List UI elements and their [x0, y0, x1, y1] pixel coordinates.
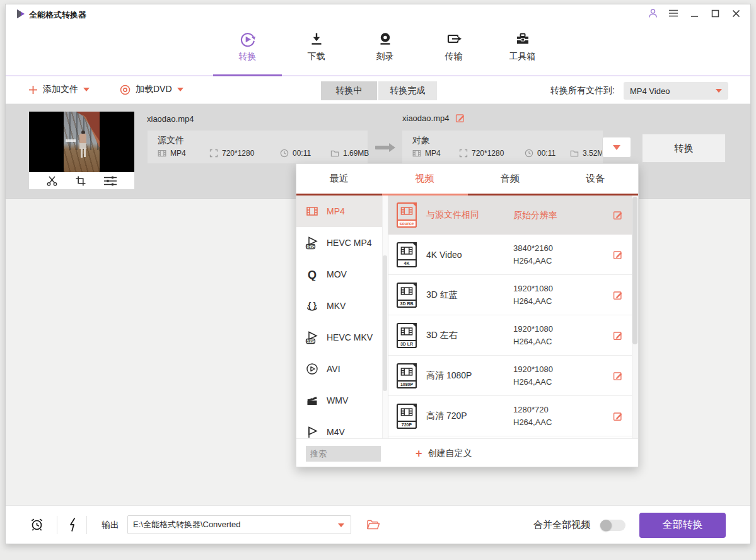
close-icon[interactable]: [730, 8, 741, 19]
panel-tab-recent[interactable]: 最近: [296, 164, 382, 194]
crop-icon[interactable]: [75, 175, 86, 187]
maximize-icon[interactable]: [709, 8, 721, 19]
convert-button[interactable]: 转换: [642, 134, 726, 163]
panel-tab-audio[interactable]: 音频: [467, 164, 553, 194]
chevron-down-icon: [83, 88, 90, 91]
download-icon: [282, 30, 351, 49]
format-item-mp4[interactable]: MP4: [296, 195, 388, 227]
1080p-preset-icon: 1080P: [397, 363, 417, 388]
preset-row-3d-rb[interactable]: 3D RB 3D 红蓝 1920*1080H264,AAC: [388, 275, 638, 315]
format-item-m4v[interactable]: M4V: [296, 416, 388, 438]
format-dropdown-button[interactable]: [602, 137, 631, 158]
trim-icon[interactable]: [46, 175, 58, 187]
app-logo-icon: [16, 9, 26, 19]
menu-icon[interactable]: [668, 8, 679, 19]
burn-icon: [351, 30, 419, 49]
convert-all-button[interactable]: 全部转换: [639, 513, 726, 538]
svg-text:HEVC: HEVC: [306, 340, 315, 343]
output-path-value[interactable]: [128, 516, 351, 534]
720p-preset-icon: 720P: [397, 404, 417, 429]
edit-preset-icon[interactable]: [613, 290, 623, 300]
chevron-down-icon: [338, 523, 344, 527]
format-picker-panel: 最近 视频 音频 设备 MP4 HEVC HEVC MP4 Q MOV: [296, 163, 639, 467]
arrow-right-icon: [375, 143, 397, 152]
app-window: 全能格式转换器 转换 下载: [5, 4, 751, 544]
format-list-scrollbar[interactable]: [382, 195, 388, 438]
target-file-name: xiaodao.mp4: [402, 114, 449, 123]
source-format: MP4: [158, 149, 209, 158]
format-item-mkv[interactable]: { } MKV: [296, 290, 388, 322]
source-size: 1.69MB: [330, 149, 369, 158]
bottom-bar: 输出 合并全部视频 全部转换: [6, 505, 750, 544]
video-thumbnail: [29, 112, 134, 189]
nav-tab-download[interactable]: 下载: [282, 23, 351, 75]
active-tab-underline: [213, 74, 282, 76]
chevron-down-icon: [716, 89, 722, 93]
add-files-button[interactable]: 添加文件: [28, 84, 90, 95]
merge-videos-label: 合并全部视频: [533, 519, 590, 531]
output-path-select[interactable]: [127, 515, 351, 534]
hardware-accel-icon[interactable]: [67, 517, 79, 532]
edit-preset-icon[interactable]: [613, 330, 623, 341]
convert-all-to-label: 转换所有文件到:: [550, 85, 615, 96]
format-list: MP4 HEVC HEVC MP4 Q MOV { } MKV HEVC HEV…: [296, 195, 388, 438]
preset-row-4k[interactable]: 4K 4K Video 3840*2160H264,AAC: [388, 235, 638, 275]
edit-preset-icon[interactable]: [613, 411, 623, 421]
effects-icon[interactable]: [103, 175, 117, 187]
target-resolution: 720*1280: [459, 149, 525, 158]
source-title: 源文件: [158, 135, 184, 146]
load-dvd-button[interactable]: 加载DVD: [120, 84, 183, 95]
svg-text:{ }: { }: [308, 300, 317, 310]
tab-converting[interactable]: 转换中: [321, 81, 377, 100]
resize-icon: [459, 149, 468, 158]
panel-tab-video[interactable]: 视频: [382, 164, 468, 194]
format-item-mov[interactable]: Q MOV: [296, 259, 388, 290]
convert-icon: [213, 30, 282, 49]
search-input[interactable]: [306, 446, 381, 462]
format-item-wmv[interactable]: WMV: [296, 385, 388, 416]
svg-text:HEVC: HEVC: [306, 245, 315, 248]
panel-tab-device[interactable]: 设备: [553, 164, 639, 194]
source-preset-icon: source: [397, 202, 417, 228]
transfer-icon: [419, 30, 488, 49]
format-item-hevc-mp4[interactable]: HEVC HEVC MP4: [296, 227, 388, 259]
target-info-box: 对象 MP4 720*1280 00:11 3.52MB: [402, 131, 603, 163]
preset-list-scrollbar[interactable]: [632, 195, 638, 438]
preset-row-3d-lr[interactable]: 3D LR 3D 左右 1920*1080H264,AAC: [388, 315, 638, 356]
edit-preset-icon[interactable]: [613, 250, 623, 260]
tab-converted[interactable]: 转换完成: [378, 81, 437, 100]
merge-videos-toggle[interactable]: [600, 520, 625, 531]
3d-rb-preset-icon: 3D RB: [397, 283, 417, 308]
quicktime-icon: Q: [305, 268, 319, 281]
preset-row-hd-1080p[interactable]: 1080P 高清 1080P 1920*1080H264,AAC: [388, 356, 638, 396]
resize-icon: [209, 149, 218, 158]
nav-tab-transfer[interactable]: 传输: [419, 23, 488, 75]
create-custom-button[interactable]: + 创建自定义: [416, 448, 472, 459]
edit-preset-icon[interactable]: [613, 371, 623, 381]
divider: [86, 516, 87, 534]
minimize-icon[interactable]: [689, 8, 700, 19]
format-item-avi[interactable]: AVI: [296, 353, 388, 385]
open-folder-icon[interactable]: [366, 519, 380, 530]
clock-icon: [280, 149, 289, 158]
preset-row-hd-720p[interactable]: 720P 高清 720P 1280*720H264,AAC: [388, 396, 638, 436]
folder-icon: [330, 149, 339, 158]
edit-preset-icon[interactable]: [613, 210, 623, 220]
schedule-icon[interactable]: [29, 517, 45, 533]
titlebar: 全能格式转换器: [6, 4, 750, 23]
account-icon[interactable]: [647, 8, 658, 19]
target-duration: 00:11: [525, 149, 570, 158]
format-item-hevc-mkv[interactable]: HEVC HEVC MKV: [296, 322, 388, 353]
target-title: 对象: [412, 135, 430, 146]
nav-tab-convert[interactable]: 转换: [213, 23, 282, 75]
rename-edit-icon[interactable]: [455, 113, 465, 123]
braces-icon: { }: [305, 299, 319, 313]
source-file-name: xiaodao.mp4: [147, 114, 194, 124]
nav-tab-toolbox[interactable]: 工具箱: [488, 23, 557, 75]
chevron-down-icon: [613, 145, 620, 150]
preset-row-source[interactable]: source 与源文件相同 原始分辨率: [388, 195, 638, 235]
target-format-select[interactable]: MP4 Video: [624, 82, 728, 100]
4k-preset-icon: 4K: [397, 242, 417, 267]
hevc-play-icon: HEVC: [305, 236, 319, 250]
nav-tab-burn[interactable]: 刻录: [351, 23, 419, 75]
